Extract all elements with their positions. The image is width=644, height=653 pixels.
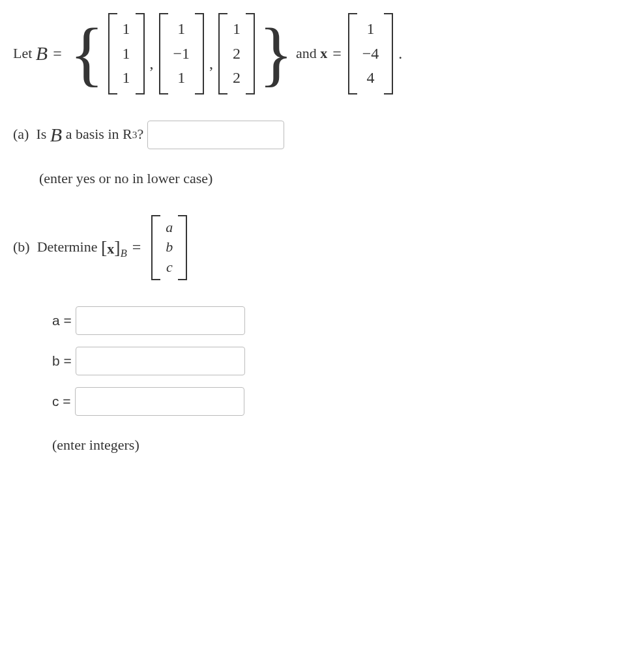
v2-r1: 1 [177, 18, 185, 40]
part-a-B: B [50, 121, 62, 149]
period: . [398, 43, 402, 65]
vector-2: 1 −1 1 [159, 13, 205, 94]
equals-1: = [53, 43, 62, 65]
c-label: c = [52, 392, 71, 411]
xb-x: x [107, 240, 114, 257]
equals-2: = [332, 43, 342, 65]
x-r3: 4 [366, 67, 374, 89]
rhs-b: b [166, 237, 173, 257]
definition-line: Let B = { 1 1 1 , 1 −1 1 , 1 2 2 } and [13, 13, 631, 94]
input-a[interactable] [76, 306, 245, 335]
part-b-line: (b) Determine [x]B = a b c [13, 215, 631, 280]
rhs-c: c [166, 257, 173, 278]
comma-2: , [209, 53, 213, 94]
equals-3: = [132, 237, 141, 259]
part-a-label: (a) [13, 124, 29, 145]
b-label: b = [52, 351, 72, 370]
xB-notation: [x]B [101, 235, 127, 261]
input-c[interactable] [75, 387, 244, 416]
part-a-text2: a basis in R [66, 124, 132, 145]
sup-3: 3 [132, 128, 138, 142]
v3-r2: 2 [233, 43, 241, 65]
part-b-label: (b) [13, 237, 30, 257]
v2-r3: 1 [177, 67, 185, 89]
v1-r2: 1 [123, 43, 130, 65]
x-r1: 1 [366, 18, 374, 40]
a-label: a = [52, 311, 72, 330]
part-a-text1: Is [36, 124, 46, 145]
part-b-text1: Determine [37, 237, 98, 257]
and-text: and [296, 44, 317, 64]
comma-1: , [150, 53, 154, 94]
answer-row-c: c = [52, 387, 631, 416]
part-a-input[interactable] [147, 121, 284, 149]
answer-row-a: a = [52, 306, 631, 335]
vector-x: 1 −4 4 [348, 13, 394, 94]
part-a-hint: (enter yes or no in lower case) [39, 169, 631, 189]
v1-r3: 1 [123, 67, 130, 89]
part-a-text3: ? [137, 124, 143, 145]
symbol-B: B [36, 40, 48, 67]
rhs-vector: a b c [151, 215, 187, 280]
answer-row-b: b = [52, 347, 631, 375]
rhs-a: a [166, 218, 173, 238]
vector-1: 1 1 1 [108, 13, 145, 94]
x-bold: x [320, 44, 327, 64]
input-b[interactable] [76, 347, 245, 375]
brace-right: } [256, 18, 296, 89]
v3-r1: 1 [233, 18, 241, 40]
part-a-line: (a) Is B a basis in R3? [13, 121, 631, 149]
xb-B: B [121, 247, 127, 259]
v2-r2: −1 [173, 43, 190, 65]
v1-r1: 1 [123, 18, 130, 40]
hint-integers: (enter integers) [52, 435, 631, 456]
v3-r3: 2 [233, 67, 241, 89]
vector-3: 1 2 2 [218, 13, 255, 94]
let-text: Let [13, 44, 32, 64]
x-r2: −4 [362, 43, 379, 65]
brace-left: { [67, 18, 107, 89]
